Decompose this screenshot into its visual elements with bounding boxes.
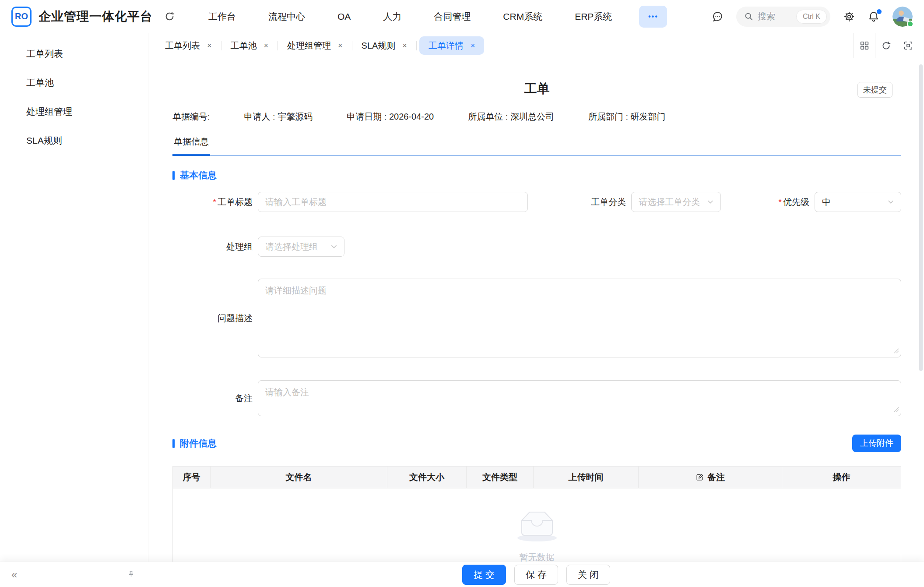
layout-grid-icon[interactable] <box>853 33 875 58</box>
tab-tools <box>853 33 924 58</box>
sidebar-item-label: 工单列表 <box>26 48 63 60</box>
field-label-category: 工单分类 <box>591 196 626 208</box>
top-nav: 工作台 流程中心 OA 人力 合同管理 CRM系统 ERP系统 <box>208 11 612 23</box>
app-window: RO 企业管理一体化平台 工作台 流程中心 OA 人力 合同管理 CRM系统 E… <box>0 0 924 587</box>
tab-label: 工单池 <box>231 40 257 52</box>
page-tabs-bar: 工单列表 × 工单池 × 处理组管理 × SLA规则 × 工单详情 × <box>149 33 924 58</box>
meta-doc-number: 单据编号: <box>172 111 210 123</box>
description-textarea[interactable] <box>258 279 901 357</box>
priority-select[interactable]: 中 <box>815 192 901 212</box>
handler-group-select[interactable]: 请选择处理组 <box>258 237 344 257</box>
attachments-table: 序号 文件名 文件大小 文件类型 上传时间 备注 操 <box>172 466 901 562</box>
refresh-page-icon[interactable] <box>875 33 897 58</box>
nav-item-contract-mgmt[interactable]: 合同管理 <box>434 11 471 23</box>
attachments-table-body: 暂无数据 <box>173 488 901 562</box>
sidebar-item-work-order-pool[interactable]: 工单池 <box>0 68 148 97</box>
nav-item-erp[interactable]: ERP系统 <box>575 11 612 23</box>
col-index: 序号 <box>173 467 210 488</box>
col-file-name: 文件名 <box>210 467 387 488</box>
nav-item-oa[interactable]: OA <box>337 11 351 22</box>
col-actions: 操作 <box>782 467 901 488</box>
message-icon[interactable] <box>712 11 723 22</box>
nav-item-crm[interactable]: CRM系统 <box>503 11 542 23</box>
select-placeholder: 请选择处理组 <box>265 241 318 253</box>
required-mark: * <box>213 197 216 207</box>
tab-doc-info[interactable]: 单据信息 <box>172 136 210 156</box>
search-shortcut-badge: Ctrl K <box>796 10 827 24</box>
sidebar-item-sla-rules[interactable]: SLA规则 <box>0 126 148 155</box>
vertical-scrollbar[interactable] <box>919 64 923 371</box>
form-title: 工单 <box>172 80 901 98</box>
top-header: RO 企业管理一体化平台 工作台 流程中心 OA 人力 合同管理 CRM系统 E… <box>0 0 924 33</box>
form-meta-row: 单据编号: 申请人 : 宇擎源码 申请日期 : 2026-04-20 所属单位 … <box>172 111 901 123</box>
field-label-title: *工单标题 <box>172 196 253 208</box>
select-value: 中 <box>822 196 831 208</box>
field-label-remark: 备注 <box>172 393 253 404</box>
tab-label: 处理组管理 <box>287 40 331 52</box>
field-label-group: 处理组 <box>172 241 253 253</box>
meta-org-unit: 所属单位 : 深圳总公司 <box>468 111 554 123</box>
col-upload-time: 上传时间 <box>533 467 638 488</box>
tab-work-order-list[interactable]: 工单列表 × <box>156 33 221 58</box>
nav-item-workbench[interactable]: 工作台 <box>208 11 236 23</box>
footer-actions: 提 交 保 存 关 闭 <box>148 562 924 587</box>
footer-bar: « 提 交 保 存 关 闭 <box>0 562 924 587</box>
remark-textarea[interactable] <box>258 380 901 416</box>
close-icon[interactable]: × <box>338 42 343 50</box>
notifications-bell-icon[interactable] <box>868 11 879 22</box>
tab-work-order-pool[interactable]: 工单池 × <box>221 33 278 58</box>
work-order-title-input[interactable] <box>258 192 528 212</box>
field-priority: *优先级 中 <box>778 192 901 212</box>
close-icon[interactable]: × <box>207 42 212 50</box>
tab-label: 工单详情 <box>429 40 464 52</box>
fullscreen-icon[interactable] <box>897 33 919 58</box>
tab-work-order-detail[interactable]: 工单详情 × <box>419 36 485 55</box>
sidebar-collapse-icon[interactable]: « <box>11 569 17 580</box>
save-button[interactable]: 保 存 <box>514 565 558 585</box>
close-icon[interactable]: × <box>402 42 407 50</box>
notification-badge-dot <box>877 9 882 14</box>
app-logo-text: RO <box>15 11 28 21</box>
work-order-form: 工单 未提交 单据编号: 申请人 : 宇擎源码 申请日期 : 2026-04-2… <box>172 58 901 562</box>
edit-icon <box>696 473 704 481</box>
field-label-priority: *优先级 <box>778 196 809 208</box>
tab-handler-group-mgmt[interactable]: 处理组管理 × <box>278 33 352 58</box>
chevron-down-icon <box>331 244 337 249</box>
field-category: 工单分类 请选择工单分类 <box>591 192 721 212</box>
global-search[interactable]: Ctrl K <box>736 7 830 27</box>
section-accent-bar <box>172 171 175 180</box>
section-title: 基本信息 <box>180 169 217 181</box>
submit-button[interactable]: 提 交 <box>462 565 506 585</box>
close-icon[interactable]: × <box>264 42 269 50</box>
section-accent-bar <box>172 439 175 448</box>
more-apps-button[interactable]: ••• <box>639 6 667 28</box>
nav-item-hr[interactable]: 人力 <box>383 11 401 23</box>
ellipsis-icon: ••• <box>648 13 658 21</box>
sidebar-item-label: 处理组管理 <box>26 106 72 118</box>
search-input[interactable] <box>758 11 792 21</box>
nav-item-process-center[interactable]: 流程中心 <box>268 11 305 23</box>
tab-sla-rules[interactable]: SLA规则 × <box>352 33 416 58</box>
user-avatar[interactable] <box>892 7 913 27</box>
close-button[interactable]: 关 闭 <box>566 565 610 585</box>
meta-applicant: 申请人 : 宇擎源码 <box>244 111 313 123</box>
status-badge: 未提交 <box>857 82 892 98</box>
settings-gear-icon[interactable] <box>843 11 855 22</box>
sidebar-item-handler-group-mgmt[interactable]: 处理组管理 <box>0 97 148 126</box>
header-refresh-icon[interactable] <box>164 11 175 22</box>
empty-state-text: 暂无数据 <box>520 552 555 562</box>
app-logo: RO <box>11 7 32 27</box>
sidebar-item-work-order-list[interactable]: 工单列表 <box>0 39 148 68</box>
col-remark: 备注 <box>638 467 782 488</box>
col-file-size: 文件大小 <box>387 467 466 488</box>
upload-attachment-button[interactable]: 上传附件 <box>852 435 901 452</box>
select-placeholder: 请选择工单分类 <box>639 196 700 208</box>
close-icon[interactable]: × <box>471 42 475 50</box>
main-content: 工单 未提交 单据编号: 申请人 : 宇擎源码 申请日期 : 2026-04-2… <box>149 58 924 562</box>
col-file-type: 文件类型 <box>466 467 533 488</box>
doc-info-tabs: 单据信息 <box>172 136 901 156</box>
pin-icon[interactable] <box>127 570 135 579</box>
app-title: 企业管理一体化平台 <box>39 8 153 25</box>
category-select[interactable]: 请选择工单分类 <box>631 192 721 212</box>
attachments-table-header: 序号 文件名 文件大小 文件类型 上传时间 备注 操 <box>173 467 901 488</box>
